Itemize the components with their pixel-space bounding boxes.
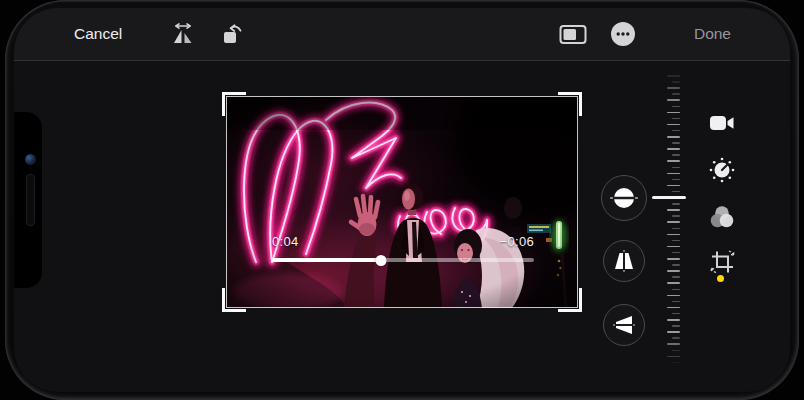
remaining-time: −0:06	[500, 234, 534, 249]
top-toolbar: Cancel	[14, 8, 790, 61]
aspect-ratio-button[interactable]	[557, 8, 589, 60]
straighten-icon	[607, 183, 641, 213]
rotate-button[interactable]	[219, 8, 247, 60]
progress-track[interactable]	[272, 258, 534, 262]
vertical-perspective-icon	[611, 248, 637, 274]
horizontal-perspective-button[interactable]	[603, 304, 645, 346]
screenshot-stage: Cancel	[0, 0, 804, 400]
progress-thumb[interactable]	[375, 255, 386, 266]
filters-icon	[709, 205, 735, 233]
progress-fill	[272, 258, 381, 262]
earpiece-speaker	[26, 174, 35, 226]
video-frame-art	[226, 96, 578, 308]
tab-crop[interactable]	[702, 243, 742, 283]
straighten-button[interactable]	[601, 175, 647, 221]
crop-handle-top-left[interactable]	[222, 92, 246, 116]
front-camera	[25, 154, 36, 165]
video-preview[interactable]: 0:04 −0:06	[226, 96, 578, 308]
tab-video[interactable]	[702, 105, 742, 145]
rotate-icon	[221, 22, 245, 46]
flip-horizontal-button[interactable]	[169, 8, 197, 60]
iphone-screen: Cancel	[14, 8, 790, 392]
crop-handle-bottom-left[interactable]	[222, 288, 246, 312]
elapsed-time: 0:04	[272, 234, 299, 249]
straighten-dial[interactable]	[666, 75, 680, 369]
done-button[interactable]: Done	[694, 8, 731, 60]
more-options-button[interactable]	[609, 8, 637, 60]
notch	[14, 112, 42, 288]
video-camera-icon	[709, 113, 735, 137]
crop-handle-top-right[interactable]	[558, 92, 582, 116]
tab-filters[interactable]	[702, 199, 742, 239]
flip-horizontal-icon	[171, 22, 195, 46]
dial-pointer	[652, 196, 686, 199]
crop-rotate-icon	[709, 248, 736, 279]
crop-handle-bottom-right[interactable]	[558, 288, 582, 312]
more-options-icon	[610, 21, 636, 47]
aspect-ratio-icon	[558, 22, 588, 46]
cancel-button[interactable]: Cancel	[74, 8, 122, 60]
adjust-dial-icon	[708, 156, 736, 188]
vertical-perspective-button[interactable]	[603, 240, 645, 282]
crop-edits-dot	[717, 275, 724, 282]
horizontal-perspective-icon	[611, 312, 637, 338]
tab-adjust[interactable]	[702, 152, 742, 192]
